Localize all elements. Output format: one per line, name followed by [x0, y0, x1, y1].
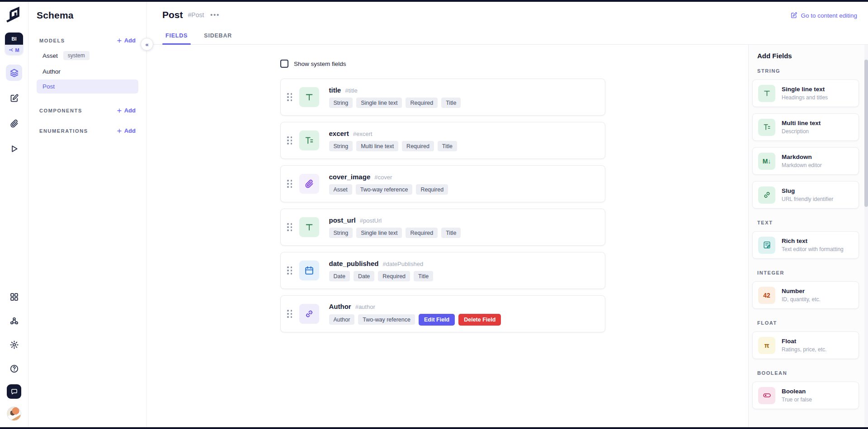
field-card-excert[interactable]: excert#excertStringMulti line textRequir…: [280, 122, 605, 159]
sidebar-section-enumerations: ENUMERATIONSAdd: [37, 127, 138, 134]
rail-webhooks-button[interactable]: [6, 312, 22, 329]
add-field-title: Multi line text: [782, 120, 821, 126]
schema-icon: [9, 68, 19, 78]
edit-field-button[interactable]: Edit Field: [419, 314, 455, 326]
field-attribute-chip: Title: [441, 98, 461, 108]
section-label: MODELS: [39, 38, 65, 43]
field-attribute-chip: Two-way reference: [358, 314, 415, 325]
field-meta: cover_image#coverAssetTwo-way referenceR…: [329, 173, 448, 195]
add-field-rich-text[interactable]: Rich textText editor with formatting: [752, 231, 859, 259]
field-card-postUrl[interactable]: post_url#postUrlStringSingle line textRe…: [280, 209, 605, 246]
window-bottom-edge: [0, 427, 868, 429]
rail-content-button[interactable]: [6, 90, 22, 106]
playground-icon: [9, 144, 19, 154]
field-group-label-string: STRING: [757, 68, 859, 74]
model-name: Post: [42, 83, 55, 90]
field-attribute-chip: Multi line text: [356, 141, 398, 151]
field-attribute-chip: Title: [414, 271, 433, 281]
field-card-cover[interactable]: cover_image#coverAssetTwo-way referenceR…: [280, 165, 605, 202]
field-group-label-boolean: BOOLEAN: [757, 370, 859, 376]
sidebar-section-components: COMPONENTSAdd: [37, 107, 138, 114]
drag-handle-icon[interactable]: [287, 310, 292, 318]
page-title: Post: [162, 9, 183, 20]
drag-handle-icon[interactable]: [287, 136, 292, 145]
drag-handle-icon[interactable]: [287, 266, 292, 275]
field-type-icon: [299, 174, 319, 194]
add-field-number[interactable]: 42NumberID, quantity, etc.: [752, 281, 859, 309]
settings-icon: [9, 340, 19, 350]
field-attribute-chip: String: [329, 141, 353, 151]
field-api-id: #postUrl: [360, 217, 382, 224]
rail-help-button[interactable]: [6, 360, 22, 377]
plus-icon: [117, 38, 122, 43]
user-avatar[interactable]: [7, 406, 21, 421]
show-system-fields-checkbox[interactable]: [280, 60, 288, 68]
add-field-description: Headings and titles: [782, 94, 828, 101]
add-field-title: Float: [782, 338, 826, 345]
delete-field-button[interactable]: Delete Field: [458, 314, 501, 326]
add-field-boolean[interactable]: BooleanTrue or false: [752, 382, 859, 409]
float-icon: π: [764, 342, 769, 349]
rail-playground-button[interactable]: [6, 140, 22, 157]
show-system-fields-toggle: Show system fields: [280, 60, 748, 68]
rail-settings-button[interactable]: [6, 336, 22, 353]
field-attribute-chip: Two-way reference: [356, 184, 413, 195]
drag-handle-icon[interactable]: [287, 223, 292, 231]
edit-square-icon: [790, 12, 797, 19]
sidebar-item-author[interactable]: Author: [37, 65, 138, 79]
plus-icon: [117, 108, 122, 113]
field-attribute-chip: Single line text: [356, 98, 402, 108]
field-card-author[interactable]: Author#authorAuthorTwo-way referenceEdit…: [280, 295, 605, 332]
add-field-markdown[interactable]: M↓MarkdownMarkdown editor: [752, 147, 859, 175]
drag-handle-icon[interactable]: [287, 180, 292, 188]
tab-sidebar[interactable]: SIDEBAR: [204, 33, 232, 45]
system-badge: system: [63, 51, 90, 60]
markdown-icon: M↓: [763, 158, 771, 164]
model-name: Asset: [42, 52, 58, 59]
field-api-id: #excert: [353, 131, 373, 137]
field-type-icon: [299, 131, 319, 150]
field-card-datePublished[interactable]: date_published#datePublishedDateDateRequ…: [280, 252, 605, 289]
add-enumerations-button[interactable]: Add: [117, 127, 136, 134]
sidebar-title: Schema: [37, 10, 138, 21]
tab-fields[interactable]: FIELDS: [165, 33, 188, 45]
branch-icon: [9, 47, 14, 53]
add-fields-panel: Add Fields STRINGSingle line textHeading…: [748, 45, 864, 427]
rail-chat-button[interactable]: [7, 384, 21, 399]
window-scrollbar[interactable]: [864, 45, 868, 427]
add-field-description: URL friendly identifier: [782, 196, 833, 202]
sidebar-sections: MODELSAddAssetsystemAuthorPostCOMPONENTS…: [37, 37, 138, 134]
rail-schema-button[interactable]: [6, 65, 22, 81]
project-environment-switcher[interactable]: BI M: [5, 33, 23, 55]
add-field-slug[interactable]: SlugURL friendly identifier: [752, 181, 859, 209]
field-type-icon: 42: [758, 287, 775, 304]
add-field-text: BooleanTrue or false: [782, 388, 812, 403]
add-field-text: Single line textHeadings and titles: [782, 86, 828, 101]
show-system-fields-label: Show system fields: [294, 61, 346, 67]
add-field-single-line-text[interactable]: Single line textHeadings and titles: [752, 79, 859, 107]
help-icon: [9, 364, 19, 373]
hygraph-logo-icon[interactable]: [5, 6, 23, 23]
add-field-description: True or false: [782, 396, 812, 403]
add-field-multi-line-text[interactable]: Multi line textDescription: [752, 113, 859, 141]
field-card-title[interactable]: title#titleStringSingle line textRequire…: [280, 79, 605, 116]
drag-handle-icon[interactable]: [287, 93, 292, 101]
section-label: ENUMERATIONS: [39, 128, 88, 134]
field-name: excert: [329, 130, 349, 137]
add-models-button[interactable]: Add: [117, 37, 136, 44]
add-field-description: Description: [782, 128, 821, 135]
sidebar-item-asset[interactable]: Assetsystem: [37, 47, 138, 64]
rail-apps-button[interactable]: [6, 289, 22, 305]
more-menu-icon[interactable]: •••: [210, 11, 220, 19]
scrollbar-thumb[interactable]: [864, 60, 868, 207]
collapse-sidebar-button[interactable]: «: [141, 38, 153, 51]
sidebar-item-post[interactable]: Post: [37, 79, 138, 93]
number-icon: 42: [763, 292, 770, 298]
field-type-icon: [299, 217, 319, 237]
go-to-content-link[interactable]: Go to content editing: [790, 12, 857, 19]
section-header: ENUMERATIONSAdd: [37, 127, 138, 134]
add-field-float[interactable]: πFloatRatings, price, etc.: [752, 331, 859, 359]
section-label: COMPONENTS: [39, 108, 82, 113]
add-components-button[interactable]: Add: [117, 107, 136, 114]
rail-assets-button[interactable]: [6, 115, 22, 131]
